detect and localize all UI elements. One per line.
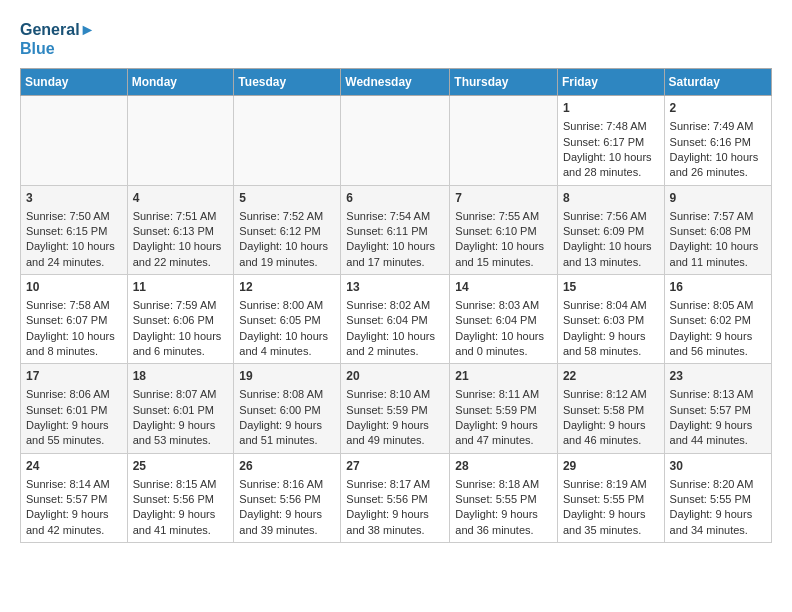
day-number: 11 <box>133 279 229 296</box>
logo: General► Blue <box>20 20 95 58</box>
day-of-week-header: Wednesday <box>341 69 450 96</box>
calendar-cell: 7Sunrise: 7:55 AMSunset: 6:10 PMDaylight… <box>450 185 558 274</box>
day-info: Sunrise: 7:54 AM <box>346 209 444 224</box>
day-info: Sunset: 6:01 PM <box>133 403 229 418</box>
day-number: 28 <box>455 458 552 475</box>
day-number: 4 <box>133 190 229 207</box>
day-info: Sunset: 6:08 PM <box>670 224 766 239</box>
day-info: Daylight: 10 hours and 24 minutes. <box>26 239 122 270</box>
day-info: Sunset: 6:10 PM <box>455 224 552 239</box>
day-info: Sunset: 6:02 PM <box>670 313 766 328</box>
day-info: Sunset: 5:57 PM <box>670 403 766 418</box>
calendar-cell: 11Sunrise: 7:59 AMSunset: 6:06 PMDayligh… <box>127 275 234 364</box>
day-info: Daylight: 9 hours and 36 minutes. <box>455 507 552 538</box>
day-info: Sunrise: 8:08 AM <box>239 387 335 402</box>
day-info: Daylight: 10 hours and 15 minutes. <box>455 239 552 270</box>
calendar-week-row: 17Sunrise: 8:06 AMSunset: 6:01 PMDayligh… <box>21 364 772 453</box>
day-number: 1 <box>563 100 659 117</box>
day-info: Sunrise: 8:20 AM <box>670 477 766 492</box>
day-info: Daylight: 10 hours and 17 minutes. <box>346 239 444 270</box>
day-info: Sunrise: 8:13 AM <box>670 387 766 402</box>
day-info: Sunrise: 8:15 AM <box>133 477 229 492</box>
day-number: 27 <box>346 458 444 475</box>
day-info: Sunset: 6:04 PM <box>346 313 444 328</box>
day-info: Sunrise: 8:11 AM <box>455 387 552 402</box>
day-info: Sunset: 5:59 PM <box>346 403 444 418</box>
calendar-week-row: 1Sunrise: 7:48 AMSunset: 6:17 PMDaylight… <box>21 96 772 185</box>
day-info: Sunrise: 7:55 AM <box>455 209 552 224</box>
day-number: 7 <box>455 190 552 207</box>
day-info: Daylight: 9 hours and 56 minutes. <box>670 329 766 360</box>
calendar-cell <box>234 96 341 185</box>
day-info: Sunrise: 8:16 AM <box>239 477 335 492</box>
calendar-cell: 20Sunrise: 8:10 AMSunset: 5:59 PMDayligh… <box>341 364 450 453</box>
day-number: 26 <box>239 458 335 475</box>
calendar-cell: 5Sunrise: 7:52 AMSunset: 6:12 PMDaylight… <box>234 185 341 274</box>
day-info: Daylight: 10 hours and 26 minutes. <box>670 150 766 181</box>
day-info: Sunrise: 8:06 AM <box>26 387 122 402</box>
calendar-cell <box>21 96 128 185</box>
day-info: Sunrise: 8:18 AM <box>455 477 552 492</box>
day-info: Daylight: 9 hours and 51 minutes. <box>239 418 335 449</box>
day-info: Sunrise: 8:10 AM <box>346 387 444 402</box>
day-info: Daylight: 10 hours and 0 minutes. <box>455 329 552 360</box>
day-info: Daylight: 9 hours and 53 minutes. <box>133 418 229 449</box>
day-number: 15 <box>563 279 659 296</box>
day-info: Sunrise: 8:04 AM <box>563 298 659 313</box>
day-info: Daylight: 10 hours and 19 minutes. <box>239 239 335 270</box>
day-info: Daylight: 10 hours and 13 minutes. <box>563 239 659 270</box>
day-number: 13 <box>346 279 444 296</box>
day-number: 22 <box>563 368 659 385</box>
day-info: Sunset: 6:12 PM <box>239 224 335 239</box>
day-of-week-header: Monday <box>127 69 234 96</box>
day-info: Daylight: 9 hours and 47 minutes. <box>455 418 552 449</box>
day-number: 12 <box>239 279 335 296</box>
day-info: Sunset: 6:17 PM <box>563 135 659 150</box>
day-info: Sunset: 5:59 PM <box>455 403 552 418</box>
day-info: Daylight: 10 hours and 28 minutes. <box>563 150 659 181</box>
calendar-cell: 15Sunrise: 8:04 AMSunset: 6:03 PMDayligh… <box>557 275 664 364</box>
calendar-cell: 8Sunrise: 7:56 AMSunset: 6:09 PMDaylight… <box>557 185 664 274</box>
day-info: Sunset: 6:13 PM <box>133 224 229 239</box>
day-info: Sunset: 6:07 PM <box>26 313 122 328</box>
day-info: Daylight: 10 hours and 11 minutes. <box>670 239 766 270</box>
day-info: Sunrise: 8:03 AM <box>455 298 552 313</box>
day-info: Daylight: 9 hours and 35 minutes. <box>563 507 659 538</box>
days-header-row: SundayMondayTuesdayWednesdayThursdayFrid… <box>21 69 772 96</box>
day-number: 24 <box>26 458 122 475</box>
day-of-week-header: Thursday <box>450 69 558 96</box>
day-info: Sunrise: 7:57 AM <box>670 209 766 224</box>
calendar-cell: 17Sunrise: 8:06 AMSunset: 6:01 PMDayligh… <box>21 364 128 453</box>
day-info: Sunset: 5:55 PM <box>563 492 659 507</box>
day-of-week-header: Sunday <box>21 69 128 96</box>
day-info: Daylight: 9 hours and 58 minutes. <box>563 329 659 360</box>
day-info: Sunrise: 7:51 AM <box>133 209 229 224</box>
day-info: Sunset: 5:55 PM <box>670 492 766 507</box>
day-info: Daylight: 9 hours and 42 minutes. <box>26 507 122 538</box>
calendar-cell <box>450 96 558 185</box>
day-number: 23 <box>670 368 766 385</box>
calendar-cell: 29Sunrise: 8:19 AMSunset: 5:55 PMDayligh… <box>557 453 664 542</box>
day-info: Daylight: 9 hours and 38 minutes. <box>346 507 444 538</box>
day-info: Sunrise: 8:12 AM <box>563 387 659 402</box>
calendar-cell: 23Sunrise: 8:13 AMSunset: 5:57 PMDayligh… <box>664 364 771 453</box>
day-info: Daylight: 10 hours and 2 minutes. <box>346 329 444 360</box>
calendar-cell: 4Sunrise: 7:51 AMSunset: 6:13 PMDaylight… <box>127 185 234 274</box>
calendar-cell: 28Sunrise: 8:18 AMSunset: 5:55 PMDayligh… <box>450 453 558 542</box>
day-info: Daylight: 9 hours and 55 minutes. <box>26 418 122 449</box>
day-number: 3 <box>26 190 122 207</box>
day-info: Sunset: 6:09 PM <box>563 224 659 239</box>
calendar-cell: 10Sunrise: 7:58 AMSunset: 6:07 PMDayligh… <box>21 275 128 364</box>
day-info: Sunset: 6:03 PM <box>563 313 659 328</box>
calendar-cell: 14Sunrise: 8:03 AMSunset: 6:04 PMDayligh… <box>450 275 558 364</box>
calendar-cell: 16Sunrise: 8:05 AMSunset: 6:02 PMDayligh… <box>664 275 771 364</box>
day-info: Sunset: 5:58 PM <box>563 403 659 418</box>
calendar-table: SundayMondayTuesdayWednesdayThursdayFrid… <box>20 68 772 543</box>
day-number: 9 <box>670 190 766 207</box>
day-info: Daylight: 9 hours and 46 minutes. <box>563 418 659 449</box>
calendar-cell: 19Sunrise: 8:08 AMSunset: 6:00 PMDayligh… <box>234 364 341 453</box>
day-info: Sunset: 6:11 PM <box>346 224 444 239</box>
day-number: 6 <box>346 190 444 207</box>
day-number: 16 <box>670 279 766 296</box>
day-info: Sunrise: 8:07 AM <box>133 387 229 402</box>
